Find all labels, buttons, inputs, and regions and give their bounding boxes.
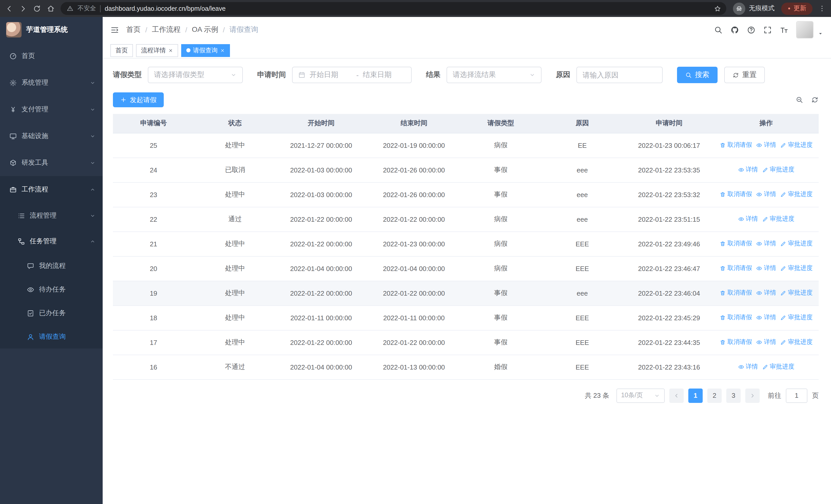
- browser-home-icon[interactable]: [47, 4, 55, 12]
- browser-back-icon[interactable]: [5, 4, 13, 12]
- plus-icon: [120, 96, 127, 103]
- update-button[interactable]: 更新: [781, 2, 812, 14]
- result-select[interactable]: 请选择流结果: [447, 67, 542, 83]
- search-button[interactable]: 搜索: [677, 67, 718, 83]
- table-search-icon[interactable]: [796, 96, 803, 104]
- detail-link[interactable]: 详情: [756, 239, 776, 248]
- page-button-1[interactable]: 1: [688, 388, 703, 403]
- goto-page-input[interactable]: [786, 388, 807, 403]
- help-icon[interactable]: [747, 25, 755, 34]
- cancel-leave-link[interactable]: 取消请假: [720, 313, 752, 322]
- edit-icon: [762, 167, 768, 173]
- table-row-22[interactable]: 22通过2022-01-22 00:00:002022-01-22 00:00:…: [113, 207, 819, 232]
- table-row-16[interactable]: 16不通过2022-01-04 00:00:002022-01-13 00:00…: [113, 355, 819, 379]
- detail-link[interactable]: 详情: [756, 338, 776, 347]
- security-label[interactable]: 不安全: [78, 4, 96, 13]
- approval-progress-link[interactable]: 审批进度: [780, 313, 812, 322]
- search-icon[interactable]: [714, 25, 723, 34]
- close-icon[interactable]: [168, 48, 173, 53]
- sidebar-item-my-process[interactable]: 我的流程: [0, 254, 103, 278]
- table-row-18[interactable]: 18处理中2022-01-11 00:00:002022-01-11 00:00…: [113, 305, 819, 330]
- address-bar[interactable]: 不安全 dashboard.yudao.iocoder.cn/bpm/oa/le…: [61, 2, 726, 15]
- detail-link[interactable]: 详情: [738, 363, 758, 371]
- leave-type-select[interactable]: 请选择请假类型: [148, 67, 243, 83]
- table-row-23[interactable]: 23处理中2022-01-03 00:00:002022-01-26 00:00…: [113, 182, 819, 207]
- reset-button[interactable]: 重置: [724, 67, 765, 83]
- collapse-sidebar-icon[interactable]: [110, 25, 119, 34]
- page-button-2[interactable]: 2: [707, 388, 722, 403]
- breadcrumb-item[interactable]: OA 示例: [192, 25, 219, 34]
- detail-link[interactable]: 详情: [756, 141, 776, 150]
- sidebar-item-devtools[interactable]: 研发工具: [0, 149, 103, 176]
- sidebar-item-process-mgmt[interactable]: 流程管理: [0, 203, 103, 228]
- table-row-24[interactable]: 24已取消2022-01-03 00:00:002022-01-26 00:00…: [113, 157, 819, 182]
- sidebar-item-payment[interactable]: 支付管理: [0, 96, 103, 123]
- fullscreen-icon[interactable]: [763, 25, 772, 34]
- logo[interactable]: 芋道管理系统: [0, 17, 103, 42]
- page-button-3[interactable]: 3: [726, 388, 741, 403]
- page-size-select[interactable]: 10条/页: [617, 388, 665, 403]
- sidebar-item-done-task[interactable]: 已办任务: [0, 301, 103, 325]
- sidebar-item-system[interactable]: 系统管理: [0, 69, 103, 96]
- approval-progress-link[interactable]: 审批进度: [762, 215, 794, 224]
- approval-progress-link[interactable]: 审批进度: [780, 141, 812, 150]
- reason-input[interactable]: [576, 67, 663, 83]
- approval-progress-link[interactable]: 审批进度: [762, 166, 794, 174]
- approval-progress-link[interactable]: 审批进度: [780, 190, 812, 199]
- cell-type: 病假: [462, 232, 540, 256]
- detail-link[interactable]: 详情: [738, 215, 758, 224]
- flow-icon: [18, 237, 25, 245]
- sidebar-item-home[interactable]: 首页: [0, 42, 103, 69]
- browser-reload-icon[interactable]: [33, 4, 41, 12]
- detail-link[interactable]: 详情: [756, 313, 776, 322]
- tab-leave-query[interactable]: 请假查询: [181, 44, 230, 57]
- approval-progress-link[interactable]: 审批进度: [780, 264, 812, 273]
- approval-progress-link[interactable]: 审批进度: [780, 338, 812, 347]
- cancel-leave-link[interactable]: 取消请假: [720, 289, 752, 297]
- date-range-picker[interactable]: 开始日期 - 结束日期: [292, 67, 412, 83]
- tab-process-detail[interactable]: 流程详情: [136, 44, 178, 57]
- cancel-leave-link[interactable]: 取消请假: [720, 141, 752, 150]
- sidebar-item-task-mgmt[interactable]: 任务管理: [0, 228, 103, 254]
- close-icon[interactable]: [220, 48, 225, 53]
- cell-reason: eee: [540, 207, 625, 232]
- font-size-icon[interactable]: [780, 25, 789, 34]
- approval-progress-link[interactable]: 审批进度: [762, 363, 794, 371]
- breadcrumb-item[interactable]: 首页: [126, 25, 141, 34]
- tab-home[interactable]: 首页: [110, 44, 133, 57]
- prev-page-button[interactable]: [669, 388, 684, 403]
- bookmark-star-icon[interactable]: [714, 5, 721, 12]
- browser-forward-icon[interactable]: [19, 4, 27, 12]
- browser-menu-icon[interactable]: [818, 5, 826, 12]
- github-icon[interactable]: [730, 25, 739, 34]
- sidebar-item-todo-task[interactable]: 待办任务: [0, 278, 103, 301]
- approval-progress-link[interactable]: 审批进度: [780, 289, 812, 297]
- detail-link[interactable]: 详情: [756, 190, 776, 199]
- chevron-down-icon[interactable]: [818, 31, 823, 36]
- detail-link[interactable]: 详情: [756, 289, 776, 297]
- cancel-leave-link[interactable]: 取消请假: [720, 190, 752, 199]
- cancel-leave-link[interactable]: 取消请假: [720, 239, 752, 248]
- table-row-25[interactable]: 25处理中2021-12-27 00:00:002022-01-19 00:00…: [113, 133, 819, 157]
- table-row-21[interactable]: 21处理中2022-01-22 00:00:002022-01-23 00:00…: [113, 232, 819, 256]
- sidebar-item-leave-query[interactable]: 请假查询: [0, 325, 103, 349]
- create-leave-button[interactable]: 发起请假: [113, 92, 164, 107]
- table-refresh-icon[interactable]: [811, 96, 819, 104]
- table-row-20[interactable]: 20处理中2022-01-04 00:00:002022-01-04 00:00…: [113, 256, 819, 281]
- detail-link[interactable]: 详情: [738, 166, 758, 174]
- sidebar-item-infra[interactable]: 基础设施: [0, 123, 103, 149]
- eye-icon: [756, 241, 762, 247]
- breadcrumb-item[interactable]: 工作流程: [152, 25, 181, 34]
- table-row-19[interactable]: 19处理中2022-01-22 00:00:002022-01-22 00:00…: [113, 281, 819, 305]
- eye-icon: [756, 290, 762, 296]
- next-page-button[interactable]: [745, 388, 760, 403]
- sidebar-item-workflow[interactable]: 工作流程: [0, 176, 103, 203]
- chevron-down-icon: [90, 107, 95, 112]
- cancel-leave-link[interactable]: 取消请假: [720, 338, 752, 347]
- detail-link[interactable]: 详情: [756, 264, 776, 273]
- avatar[interactable]: [796, 21, 813, 38]
- approval-progress-link[interactable]: 审批进度: [780, 239, 812, 248]
- table-row-17[interactable]: 17处理中2022-01-22 00:00:002022-01-22 00:00…: [113, 330, 819, 355]
- cell-applied: 2022-01-22 23:46:47: [625, 256, 714, 281]
- cancel-leave-link[interactable]: 取消请假: [720, 264, 752, 273]
